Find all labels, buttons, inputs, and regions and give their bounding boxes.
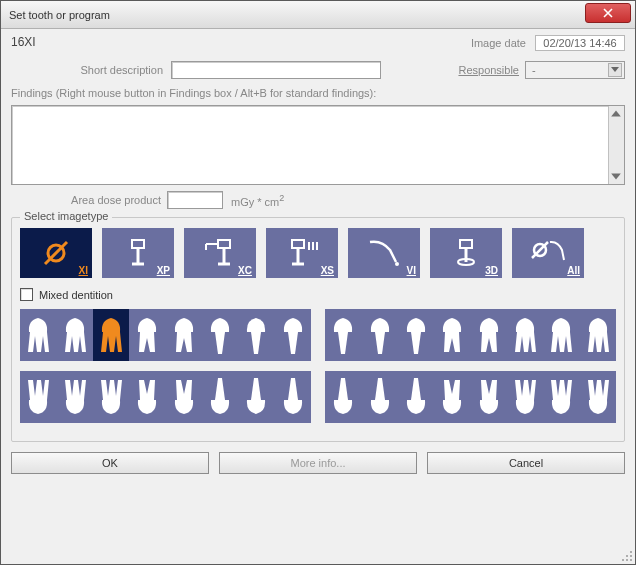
tooth-cell[interactable] xyxy=(434,309,470,361)
chevron-down-icon xyxy=(608,63,622,77)
tooth-cell[interactable] xyxy=(238,371,274,423)
tooth-cell[interactable] xyxy=(238,309,274,361)
dose-unit: mGy * cm2 xyxy=(231,193,284,208)
imagetype-tile-xp[interactable]: XP xyxy=(102,228,174,278)
close-button[interactable] xyxy=(585,3,631,23)
tooth-cell[interactable] xyxy=(93,371,129,423)
tooth-cell[interactable] xyxy=(129,309,165,361)
tooth-cell[interactable] xyxy=(507,309,543,361)
quadrant-lower-left xyxy=(20,371,311,423)
tooth-cell[interactable] xyxy=(543,371,579,423)
svg-point-21 xyxy=(630,551,632,553)
tooth-cell[interactable] xyxy=(398,371,434,423)
quadrant-upper-right xyxy=(325,309,616,361)
tooth-cell[interactable] xyxy=(93,309,129,361)
imagetype-tile-3d[interactable]: 3D xyxy=(430,228,502,278)
tooth-cell[interactable] xyxy=(202,371,238,423)
tooth-cell[interactable] xyxy=(202,309,238,361)
imagetype-legend: Select imagetype xyxy=(20,210,112,222)
dialog-window: Set tooth or program 16XI Image date 02/… xyxy=(0,0,636,565)
findings-textarea[interactable] xyxy=(11,105,625,185)
responsible-select[interactable]: - xyxy=(525,61,625,79)
imagetype-tag: All xyxy=(567,265,580,276)
scroll-up-icon xyxy=(610,108,622,120)
svg-point-26 xyxy=(622,559,624,561)
tooth-cell[interactable] xyxy=(275,371,311,423)
findings-label: Findings (Right mouse button in Findings… xyxy=(11,87,625,99)
tooth-cell[interactable] xyxy=(20,309,56,361)
tooth-cell[interactable] xyxy=(275,309,311,361)
tooth-cell[interactable] xyxy=(20,371,56,423)
more-info-button[interactable]: More info... xyxy=(219,452,417,474)
svg-point-16 xyxy=(395,262,399,266)
responsible-value: - xyxy=(532,64,536,76)
teeth-selector xyxy=(20,309,616,423)
imagetype-row: XIXPXCXSVI3DAll xyxy=(20,228,616,278)
tooth-cell[interactable] xyxy=(166,371,202,423)
tooth-cell[interactable] xyxy=(398,309,434,361)
svg-rect-17 xyxy=(460,240,472,248)
tooth-cell[interactable] xyxy=(471,371,507,423)
image-date-label: Image date xyxy=(471,37,526,49)
svg-rect-5 xyxy=(218,240,230,248)
tooth-cell[interactable] xyxy=(580,371,616,423)
scrollbar[interactable] xyxy=(608,106,624,184)
tooth-cell[interactable] xyxy=(56,371,92,423)
imagetype-tag: XS xyxy=(321,265,334,276)
tooth-cell[interactable] xyxy=(434,371,470,423)
imagetype-group: Select imagetype XIXPXCXSVI3DAll Mixed d… xyxy=(11,217,625,442)
imagetype-tile-all[interactable]: All xyxy=(512,228,584,278)
ok-button[interactable]: OK xyxy=(11,452,209,474)
tooth-cell[interactable] xyxy=(507,371,543,423)
mixed-dentition-check[interactable]: Mixed dentition xyxy=(20,288,616,301)
svg-point-24 xyxy=(630,559,632,561)
tooth-cell[interactable] xyxy=(129,371,165,423)
quadrant-upper-left xyxy=(20,309,311,361)
titlebar: Set tooth or program xyxy=(1,1,635,29)
window-title: Set tooth or program xyxy=(9,9,110,21)
dose-input[interactable] xyxy=(167,191,223,209)
dose-label: Area dose product xyxy=(11,194,167,206)
tooth-cell[interactable] xyxy=(580,309,616,361)
responsible-label: Responsible xyxy=(458,64,519,76)
resize-grip-icon[interactable] xyxy=(621,550,633,562)
svg-point-23 xyxy=(626,555,628,557)
imagetype-tag: XP xyxy=(157,265,170,276)
imagetype-tile-xi[interactable]: XI xyxy=(20,228,92,278)
imagetype-tile-xc[interactable]: XC xyxy=(184,228,256,278)
tooth-cell[interactable] xyxy=(543,309,579,361)
tooth-cell[interactable] xyxy=(471,309,507,361)
button-row: OK More info... Cancel xyxy=(11,452,625,474)
svg-rect-2 xyxy=(132,240,144,248)
top-row: 16XI Image date 02/20/13 14:46 xyxy=(11,35,625,51)
tooth-cell[interactable] xyxy=(56,309,92,361)
tooth-cell[interactable] xyxy=(325,309,361,361)
svg-point-22 xyxy=(630,555,632,557)
image-date-value: 02/20/13 14:46 xyxy=(535,35,625,51)
scroll-down-icon xyxy=(610,170,622,182)
imagetype-tag: XI xyxy=(79,265,88,276)
imagetype-tile-xs[interactable]: XS xyxy=(266,228,338,278)
tooth-cell[interactable] xyxy=(325,371,361,423)
imagetype-tile-vi[interactable]: VI xyxy=(348,228,420,278)
tooth-cell[interactable] xyxy=(166,309,202,361)
tooth-cell[interactable] xyxy=(361,371,397,423)
mixed-dentition-label: Mixed dentition xyxy=(39,289,113,301)
quadrant-lower-right xyxy=(325,371,616,423)
svg-point-25 xyxy=(626,559,628,561)
tooth-id-label: 16XI xyxy=(11,35,36,49)
responsible-row: Responsible - xyxy=(11,61,625,79)
imagetype-tag: VI xyxy=(407,265,416,276)
imagetype-tag: XC xyxy=(238,265,252,276)
checkbox-icon xyxy=(20,288,33,301)
imagetype-tag: 3D xyxy=(485,265,498,276)
tooth-cell[interactable] xyxy=(361,309,397,361)
svg-rect-10 xyxy=(292,240,304,248)
cancel-button[interactable]: Cancel xyxy=(427,452,625,474)
client-area: 16XI Image date 02/20/13 14:46 Short des… xyxy=(1,29,635,564)
dose-row: Area dose product mGy * cm2 xyxy=(11,191,625,209)
close-icon xyxy=(603,8,613,18)
